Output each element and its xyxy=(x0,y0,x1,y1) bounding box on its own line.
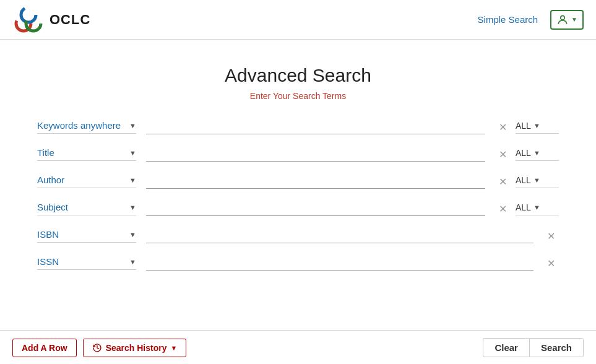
search-input-wrapper-4 xyxy=(146,201,485,216)
scope-selector-1[interactable]: ALL ▼ xyxy=(516,121,559,134)
search-rows: Keywords anywhere ▼ ✕ ALL ▼ Title ▼ ✕ xyxy=(37,119,559,271)
search-row-4: Subject ▼ ✕ ALL ▼ xyxy=(37,201,559,216)
field-label-4: Subject xyxy=(37,202,127,212)
footer-left: Add A Row Search History ▼ xyxy=(12,339,186,357)
header: OCLC Simple Search ▼ xyxy=(0,0,596,40)
page-title: Advanced Search xyxy=(37,65,559,86)
search-input-5[interactable] xyxy=(146,228,533,243)
scope-label-3: ALL xyxy=(516,175,531,185)
logo-label: OCLC xyxy=(50,12,90,28)
scope-arrow-1: ▼ xyxy=(533,122,540,129)
search-row-3: Author ▼ ✕ ALL ▼ xyxy=(37,174,559,189)
search-history-button[interactable]: Search History ▼ xyxy=(83,339,187,357)
field-label-3: Author xyxy=(37,175,127,185)
search-input-wrapper-6 xyxy=(146,256,533,271)
logo-area: OCLC xyxy=(12,6,90,33)
search-row-5: ISBN ▼ ✕ xyxy=(37,228,559,243)
page-subtitle: Enter Your Search Terms xyxy=(37,91,559,101)
clear-x-6[interactable]: ✕ xyxy=(543,258,559,269)
search-input-6[interactable] xyxy=(146,256,533,270)
search-input-wrapper-1 xyxy=(146,119,485,134)
search-row-2: Title ▼ ✕ ALL ▼ xyxy=(37,147,559,162)
field-label-1: Keywords anywhere xyxy=(37,120,127,131)
field-dropdown-arrow-1: ▼ xyxy=(129,122,136,129)
scope-label-1: ALL xyxy=(516,121,531,131)
field-label-6: ISSN xyxy=(37,256,127,267)
field-selector-6[interactable]: ISSN ▼ xyxy=(37,256,136,270)
search-row-6: ISSN ▼ ✕ xyxy=(37,256,559,271)
field-selector-3[interactable]: Author ▼ xyxy=(37,175,136,188)
header-right: Simple Search ▼ xyxy=(478,10,584,30)
field-label-5: ISBN xyxy=(37,229,127,240)
svg-point-0 xyxy=(21,7,36,22)
clear-x-4[interactable]: ✕ xyxy=(495,203,511,215)
footer-right: Clear Search xyxy=(483,338,584,357)
search-button[interactable]: Search xyxy=(529,338,584,357)
chevron-down-icon: ▼ xyxy=(571,16,577,23)
scope-arrow-4: ▼ xyxy=(533,204,540,211)
search-input-2[interactable] xyxy=(146,147,485,161)
scope-label-4: ALL xyxy=(516,202,531,212)
clear-button[interactable]: Clear xyxy=(483,338,529,357)
oclc-logo xyxy=(12,6,45,33)
search-input-wrapper-2 xyxy=(146,147,485,162)
scope-selector-4[interactable]: ALL ▼ xyxy=(516,202,559,215)
field-dropdown-arrow-6: ▼ xyxy=(129,258,136,266)
search-row-1: Keywords anywhere ▼ ✕ ALL ▼ xyxy=(37,119,559,134)
field-selector-5[interactable]: ISBN ▼ xyxy=(37,229,136,243)
field-selector-1[interactable]: Keywords anywhere ▼ xyxy=(37,120,136,134)
clear-x-5[interactable]: ✕ xyxy=(543,230,559,242)
scope-selector-2[interactable]: ALL ▼ xyxy=(516,148,559,161)
scope-label-2: ALL xyxy=(516,148,531,158)
search-input-3[interactable] xyxy=(146,174,485,188)
person-icon xyxy=(556,14,569,26)
clear-x-2[interactable]: ✕ xyxy=(495,149,511,160)
field-label-2: Title xyxy=(37,147,127,158)
field-dropdown-arrow-2: ▼ xyxy=(129,149,136,157)
scope-arrow-2: ▼ xyxy=(533,149,540,157)
field-dropdown-arrow-5: ▼ xyxy=(129,231,136,238)
main-content: Advanced Search Enter Your Search Terms … xyxy=(0,40,596,271)
search-input-4[interactable] xyxy=(146,201,485,215)
scope-arrow-3: ▼ xyxy=(533,176,540,184)
scope-selector-3[interactable]: ALL ▼ xyxy=(516,175,559,188)
search-input-wrapper-3 xyxy=(146,174,485,189)
search-input-wrapper-5 xyxy=(146,228,533,243)
clear-x-3[interactable]: ✕ xyxy=(495,176,511,188)
field-selector-4[interactable]: Subject ▼ xyxy=(37,202,136,215)
svg-point-3 xyxy=(561,15,565,20)
field-selector-2[interactable]: Title ▼ xyxy=(37,147,136,161)
footer: Add A Row Search History ▼ Clear Search xyxy=(0,330,596,364)
simple-search-link[interactable]: Simple Search xyxy=(478,14,538,25)
field-dropdown-arrow-4: ▼ xyxy=(129,204,136,211)
search-input-1[interactable] xyxy=(146,119,485,134)
search-history-chevron-icon: ▼ xyxy=(170,344,177,352)
add-row-button[interactable]: Add A Row xyxy=(12,339,77,357)
search-history-label: Search History xyxy=(106,343,167,353)
clear-x-1[interactable]: ✕ xyxy=(495,121,511,133)
history-icon xyxy=(92,343,102,353)
user-menu-button[interactable]: ▼ xyxy=(550,10,584,30)
field-dropdown-arrow-3: ▼ xyxy=(129,176,136,184)
